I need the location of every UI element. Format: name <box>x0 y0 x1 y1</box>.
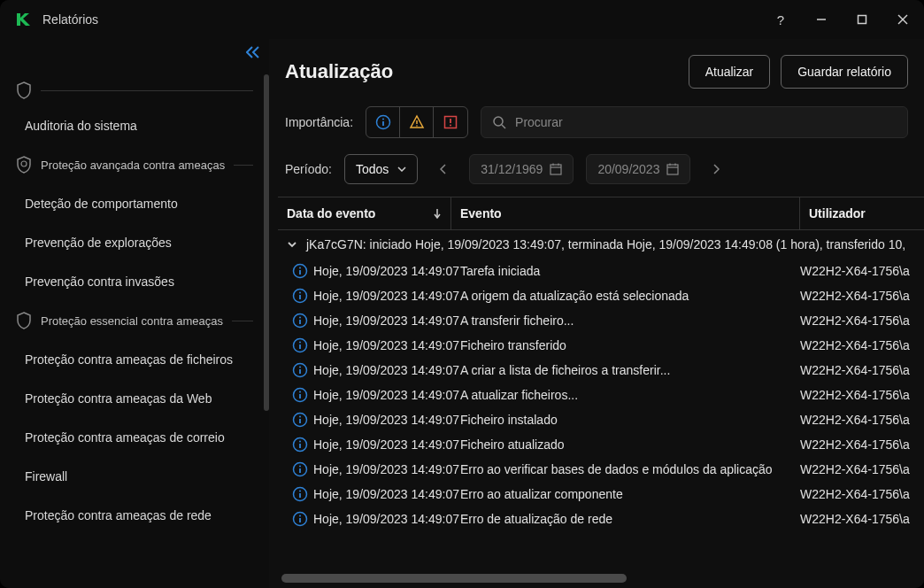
filter-row: Importância: <box>274 99 924 145</box>
cell-date: Hoje, 19/09/2023 14:49:07 <box>313 338 460 352</box>
column-header-event[interactable]: Evento <box>451 197 800 229</box>
svg-point-40 <box>299 391 301 393</box>
window-title: Relatórios <box>42 12 770 27</box>
cell-event: A criar a lista de ficheiros a transferi… <box>460 363 800 377</box>
table-row[interactable]: Hoje, 19/09/2023 14:49:07A transferir fi… <box>278 308 924 333</box>
cell-user: W22H2-X64-1756\a <box>800 462 924 476</box>
window-controls: ? <box>770 9 913 30</box>
table-row[interactable]: Hoje, 19/09/2023 14:49:07A atualizar fic… <box>278 383 924 407</box>
date-next-button[interactable] <box>703 156 729 182</box>
cell-date: Hoje, 19/09/2023 14:49:07 <box>313 512 460 526</box>
info-icon <box>287 437 313 453</box>
save-report-button[interactable]: Guardar relatório <box>781 55 908 89</box>
search-box[interactable] <box>481 106 908 138</box>
cell-event: Erro de atualização de rede <box>460 512 800 526</box>
horizontal-scrollbar-thumb[interactable] <box>281 574 627 583</box>
date-prev-button[interactable] <box>430 156 457 182</box>
sidebar-group-advanced-threat[interactable]: Proteção avançada contra ameaças <box>0 145 269 184</box>
svg-point-43 <box>299 416 301 418</box>
severity-info-button[interactable] <box>366 107 400 137</box>
table-row[interactable]: Hoje, 19/09/2023 14:49:07A origem da atu… <box>278 283 924 308</box>
cell-date: Hoje, 19/09/2023 14:49:07 <box>313 487 460 501</box>
cell-event: Ficheiro instalado <box>460 413 800 427</box>
titlebar: Relatórios ? <box>0 0 924 39</box>
table-row[interactable]: Hoje, 19/09/2023 14:49:07Ficheiro atuali… <box>278 432 924 457</box>
cell-event: Erro ao verificar bases de dados e módul… <box>460 462 800 476</box>
table-body: Hoje, 19/09/2023 14:49:07Tarefa iniciada… <box>278 259 924 572</box>
cell-date: Hoje, 19/09/2023 14:49:07 <box>313 437 460 452</box>
cell-date: Hoje, 19/09/2023 14:49:07 <box>313 264 460 278</box>
info-icon <box>287 412 313 428</box>
app-body: Auditoria do sistema Proteção avançada c… <box>0 39 924 588</box>
severity-warning-button[interactable] <box>400 107 434 137</box>
svg-line-14 <box>502 125 505 128</box>
sidebar-item-network-threat[interactable]: Proteção contra ameaças de rede <box>0 496 269 535</box>
info-icon <box>287 288 313 304</box>
cell-user: W22H2-X64-1756\a <box>800 487 924 501</box>
sidebar-section-shield <box>0 74 269 106</box>
svg-point-52 <box>299 491 301 492</box>
cell-user: W22H2-X64-1756\a <box>800 512 924 526</box>
sidebar-item-system-audit[interactable]: Auditoria do sistema <box>0 106 269 145</box>
divider <box>41 90 253 91</box>
cell-user: W22H2-X64-1756\a <box>800 338 924 352</box>
shield-gear-icon <box>16 156 32 174</box>
cell-user: W22H2-X64-1756\a <box>800 289 924 303</box>
events-table: Data do evento Evento Utilizador jKa7cG7… <box>274 197 924 588</box>
column-header-user[interactable]: Utilizador <box>800 197 924 229</box>
period-dropdown[interactable]: Todos <box>344 154 418 184</box>
svg-rect-1 <box>859 16 866 24</box>
sidebar-group-essential-threat[interactable]: Proteção essencial contra ameaças <box>0 301 269 340</box>
maximize-button[interactable] <box>851 9 873 30</box>
cell-date: Hoje, 19/09/2023 14:49:07 <box>313 413 460 427</box>
severity-critical-button[interactable] <box>434 107 467 137</box>
cell-event: Ficheiro transferido <box>460 338 800 352</box>
sidebar-item-web-threat[interactable]: Proteção contra ameaças da Web <box>0 379 269 418</box>
calendar-icon <box>550 163 562 175</box>
date-to-field[interactable]: 20/09/2023 <box>586 154 690 184</box>
sidebar-list: Auditoria do sistema Proteção avançada c… <box>0 39 269 588</box>
calendar-icon <box>666 163 679 175</box>
table-row[interactable]: Hoje, 19/09/2023 14:49:07A criar a lista… <box>278 358 924 383</box>
minimize-button[interactable] <box>811 9 832 30</box>
table-row[interactable]: Hoje, 19/09/2023 14:49:07Ficheiro instal… <box>278 407 924 432</box>
sidebar-item-firewall[interactable]: Firewall <box>0 457 269 496</box>
table-row[interactable]: Hoje, 19/09/2023 14:49:07Erro de atualiz… <box>278 507 924 531</box>
sidebar-item-intrusion-prevention[interactable]: Prevenção contra invasões <box>0 262 269 301</box>
svg-point-46 <box>299 441 301 443</box>
cell-date: Hoje, 19/09/2023 14:49:07 <box>313 289 460 303</box>
help-button[interactable]: ? <box>770 9 791 30</box>
cell-user: W22H2-X64-1756\a <box>800 388 924 402</box>
search-input[interactable] <box>515 115 897 129</box>
main-header: Atualização Atualizar Guardar relatório <box>274 39 924 99</box>
sidebar-scrollbar[interactable] <box>264 74 269 411</box>
sidebar-item-exploit-prevention[interactable]: Prevenção de explorações <box>0 223 269 262</box>
chevron-down-icon <box>287 239 297 250</box>
close-button[interactable] <box>892 9 913 30</box>
table-row[interactable]: Hoje, 19/09/2023 14:49:07Tarefa iniciada… <box>278 259 924 283</box>
sidebar-group-label: Proteção essencial contra ameaças <box>41 314 223 328</box>
svg-point-37 <box>299 367 301 368</box>
info-icon <box>375 114 391 130</box>
date-from-field[interactable]: 31/12/1969 <box>469 154 574 184</box>
sidebar-item-file-threat[interactable]: Proteção contra ameaças de ficheiros <box>0 340 269 379</box>
cell-event: A transferir ficheiro... <box>460 313 800 328</box>
group-summary-row[interactable]: jKa7cG7N: iniciado Hoje, 19/09/2023 13:4… <box>278 230 924 259</box>
svg-rect-19 <box>667 165 678 174</box>
sidebar-item-mail-threat[interactable]: Proteção contra ameaças de correio <box>0 418 269 457</box>
info-icon <box>287 387 313 403</box>
sidebar-item-behavior-detection[interactable]: Deteção de comportamento <box>0 184 269 223</box>
table-row[interactable]: Hoje, 19/09/2023 14:49:07Erro ao verific… <box>278 457 924 482</box>
table-row[interactable]: Hoje, 19/09/2023 14:49:07Erro ao atualiz… <box>278 482 924 507</box>
table-row[interactable]: Hoje, 19/09/2023 14:49:07Ficheiro transf… <box>278 333 924 358</box>
column-header-date[interactable]: Data do evento <box>278 197 451 229</box>
refresh-button[interactable]: Atualizar <box>689 55 770 89</box>
divider <box>232 321 253 321</box>
cell-event: A atualizar ficheiros... <box>460 388 800 402</box>
sidebar: Auditoria do sistema Proteção avançada c… <box>0 39 269 588</box>
info-icon <box>287 461 313 477</box>
horizontal-scrollbar-track[interactable] <box>281 574 920 583</box>
svg-point-49 <box>299 466 301 468</box>
info-icon <box>287 313 313 329</box>
sort-desc-icon <box>433 208 442 219</box>
